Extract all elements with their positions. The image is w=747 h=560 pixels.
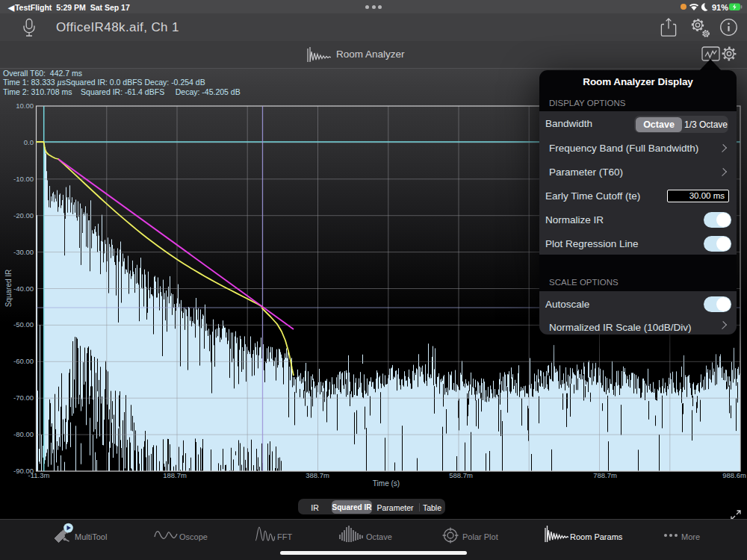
svg-text:-50.00: -50.00 <box>13 320 34 329</box>
svg-text:0.0: 0.0 <box>24 138 34 146</box>
svg-text:91%: 91% <box>712 3 728 12</box>
svg-text:-20.00: -20.00 <box>13 211 34 220</box>
svg-text:-30.00: -30.00 <box>13 248 34 256</box>
svg-text:-80.00: -80.00 <box>13 430 34 438</box>
svg-text:-70.00: -70.00 <box>13 393 34 402</box>
svg-text:-40.00: -40.00 <box>13 284 34 293</box>
svg-text:388.7m: 388.7m <box>306 471 329 479</box>
svg-text:10.00: 10.00 <box>16 102 34 110</box>
svg-text:588.7m: 588.7m <box>449 471 473 479</box>
svg-text:-10.00: -10.00 <box>13 175 34 183</box>
svg-text:988.6m: 988.6m <box>722 471 746 479</box>
svg-text:Time (s): Time (s) <box>373 479 400 488</box>
svg-text:-60.00: -60.00 <box>13 357 34 365</box>
svg-text:Squared IR: Squared IR <box>4 270 13 308</box>
svg-text:188.7m: 188.7m <box>163 471 187 479</box>
svg-text:-11.3m: -11.3m <box>28 471 50 479</box>
svg-text:788.7m: 788.7m <box>593 471 617 479</box>
